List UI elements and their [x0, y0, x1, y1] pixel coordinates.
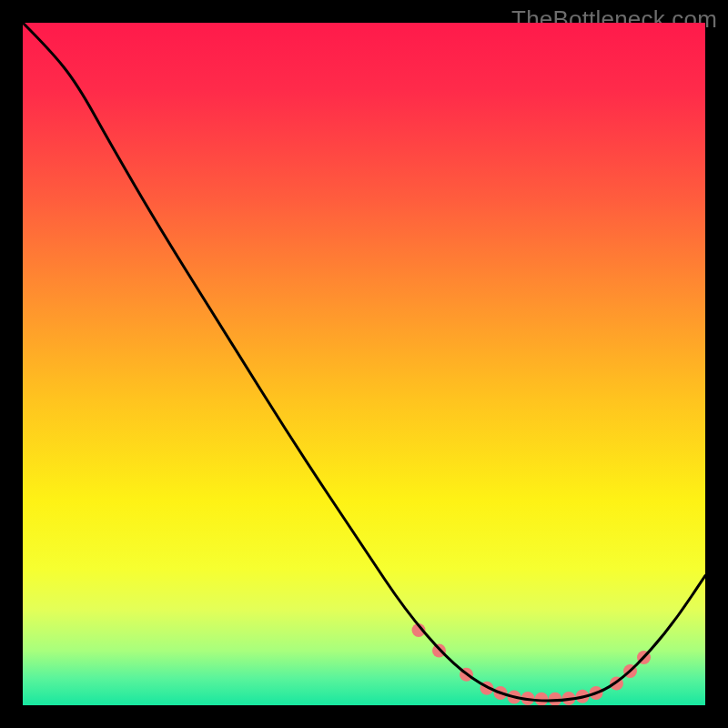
chart-container: TheBottleneck.com: [0, 0, 728, 728]
gradient-background: [23, 23, 705, 705]
plot-svg: [23, 23, 705, 705]
plot-area: [23, 23, 705, 705]
